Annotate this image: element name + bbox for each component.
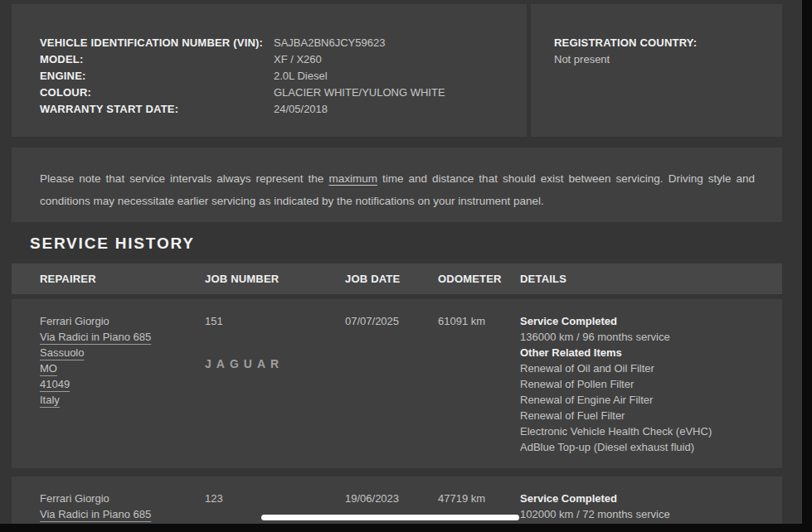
detail-line: Renewal of Oil and Oil Filter (520, 360, 774, 376)
vin-value: SAJBA2BN6JCY59623 (274, 35, 527, 51)
column-header-repairer: REPAIRER (40, 273, 205, 285)
repairer-cell: Ferrari Giorgio Via Radici in Piano 685 … (40, 313, 205, 468)
repairer-name: Ferrari Giorgio (40, 313, 205, 329)
model-value: XF / X260 (274, 51, 527, 68)
repairer-address-line: MO (40, 360, 57, 376)
model-label: MODEL: (40, 51, 274, 68)
registration-panel: REGISTRATION COUNTRY: Not present (531, 4, 782, 137)
repairer-address-line: Via Radici in Piano 685 (40, 329, 151, 345)
details-cell: Service Completed 136000 km / 96 months … (520, 313, 774, 468)
jaguar-logo: JAGUAR (205, 356, 345, 372)
column-header-odometer: ODOMETER (438, 273, 520, 285)
detail-line: Renewal of Fuel Filter (520, 408, 774, 423)
vehicle-info-grid: VEHICLE IDENTIFICATION NUMBER (VIN): SAJ… (40, 35, 527, 118)
vin-label: VEHICLE IDENTIFICATION NUMBER (VIN): (40, 35, 274, 51)
detail-line: Electronic Vehicle Health Check (eVHC) (520, 423, 774, 439)
service-history-page: VEHICLE IDENTIFICATION NUMBER (VIN): SAJ… (0, 0, 812, 532)
notice-text-before: Please note that service intervals alway… (40, 172, 328, 185)
detail-line: 102000 km / 72 months service (520, 506, 774, 522)
detail-line: Renewal of Engine Air Filter (520, 392, 774, 408)
job-date-cell: 07/07/2025 (345, 313, 438, 468)
warranty-start-date-value: 24/05/2018 (274, 101, 527, 118)
engine-value: 2.0L Diesel (274, 68, 527, 85)
colour-label: COLOUR: (40, 85, 274, 101)
detail-line: AdBlue Top-up (Diesel exhaust fluid) (520, 439, 774, 455)
warranty-start-date-label: WARRANTY START DATE: (40, 101, 274, 118)
window-edge-bottom (0, 524, 812, 532)
repairer-address-line: Sassuolo (40, 345, 84, 360)
vehicle-info-panel: VEHICLE IDENTIFICATION NUMBER (VIN): SAJ… (12, 4, 527, 137)
detail-line: 136000 km / 96 months service (520, 329, 774, 345)
notice-text: Please note that service intervals alway… (40, 167, 755, 212)
detail-line: Service Completed (520, 491, 774, 506)
window-edge-right (802, 0, 812, 532)
repairer-cell: Ferrari Giorgio Via Radici in Piano 685 … (40, 491, 205, 524)
colour-value: GLACIER WHITE/YULONG WHITE (274, 85, 527, 101)
odometer-cell: 61091 km (438, 313, 520, 468)
job-number-cell: 151 JAGUAR (205, 313, 345, 468)
registration-country-value: Not present (554, 51, 782, 68)
detail-line: Other Related Items (520, 345, 774, 360)
repairer-address-line: Via Radici in Piano 685 (40, 506, 151, 522)
engine-label: ENGINE: (40, 68, 274, 85)
column-header-job-number: JOB NUMBER (205, 273, 345, 285)
job-number: 123 (205, 491, 345, 506)
column-header-job-date: JOB DATE (345, 273, 438, 285)
repairer-name: Ferrari Giorgio (40, 491, 205, 506)
service-history-title: SERVICE HISTORY (30, 235, 195, 253)
notice-text-underlined: maximum (328, 172, 377, 185)
horizontal-scrollbar-thumb[interactable] (261, 515, 519, 520)
table-row: Ferrari Giorgio Via Radici in Piano 685 … (12, 299, 782, 468)
detail-line: Renewal of Pollen Filter (520, 376, 774, 392)
repairer-address-line: Italy (40, 392, 60, 408)
registration-country-label: REGISTRATION COUNTRY: (554, 35, 782, 51)
repairer-address-line: 41049 (40, 376, 70, 392)
service-interval-notice: Please note that service intervals alway… (12, 148, 782, 222)
column-header-details: DETAILS (520, 273, 782, 285)
detail-line: Service Completed (520, 313, 774, 329)
details-cell: Service Completed 102000 km / 72 months … (520, 491, 774, 524)
table-header-row: REPAIRER JOB NUMBER JOB DATE ODOMETER DE… (12, 264, 782, 294)
job-number: 151 (205, 313, 345, 329)
